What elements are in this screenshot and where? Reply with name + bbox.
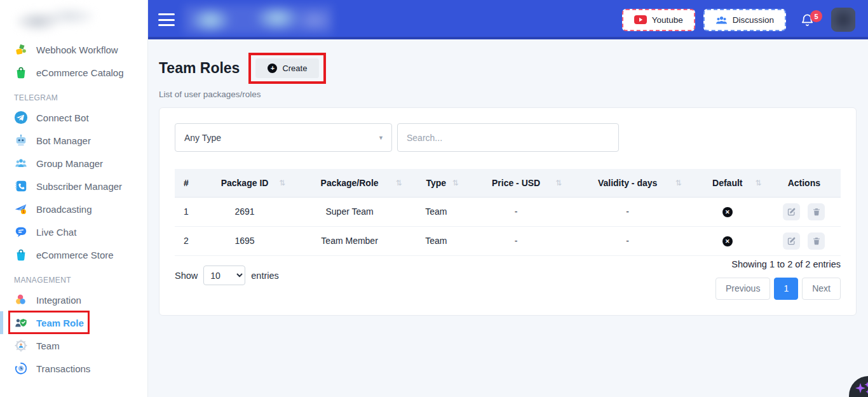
page-subtitle: List of user packages/roles — [159, 90, 858, 99]
cell-price: - — [465, 226, 567, 255]
sidebar-item-label: Team — [36, 340, 60, 351]
cell-actions — [768, 226, 841, 255]
sidebar-item-webhook-workflow[interactable]: Webhook Workflow — [0, 38, 147, 61]
sidebar-item-connect-bot[interactable]: Connect Bot — [0, 106, 147, 129]
telegram-icon — [14, 111, 28, 124]
youtube-button-label: Youtube — [652, 15, 683, 25]
table-card: Any Type ▼ # Package ID⇅ Package/Role⇅ T… — [159, 107, 857, 316]
sort-icon: ⇅ — [396, 178, 402, 187]
page-title: Team Roles — [159, 60, 240, 77]
group-icon — [14, 156, 28, 170]
sort-icon: ⇅ — [555, 178, 562, 187]
column-header-price[interactable]: Price - USD⇅ — [465, 169, 567, 197]
delete-button[interactable] — [808, 232, 825, 250]
table-row: 1 2691 Super Team Team - - ✕ — [175, 197, 841, 226]
sparkles-icon — [853, 380, 868, 397]
top-header: Youtube Discussion 5 — [148, 0, 868, 39]
sort-icon: ⇅ — [279, 178, 285, 187]
cell-type: Team — [408, 197, 465, 226]
sidebar-item-label: Team Role — [36, 318, 84, 328]
sidebar-item-label: Integration — [36, 295, 81, 306]
cell-actions — [768, 197, 841, 226]
times-circle-icon: ✕ — [722, 236, 733, 246]
main-column: Youtube Discussion 5 Team Roles + Create — [148, 0, 868, 397]
sidebar-item-broadcasting[interactable]: 1 Broadcasting — [0, 198, 147, 220]
sidebar-item-label: eCommerce Catalog — [36, 67, 124, 78]
sidebar: Webhook Workflow eCommerce Catalog TELEG… — [0, 0, 148, 397]
cell-package-id: 1695 — [198, 226, 292, 255]
roles-table: # Package ID⇅ Package/Role⇅ Type⇅ Price … — [175, 169, 841, 256]
column-header-validity[interactable]: Validity - days⇅ — [567, 169, 688, 197]
times-circle-icon: ✕ — [722, 207, 733, 217]
sidebar-item-ecommerce-catalog[interactable]: eCommerce Catalog — [0, 61, 147, 84]
sidebar-item-live-chat[interactable]: Live Chat — [0, 220, 147, 243]
discussion-button[interactable]: Discussion — [703, 9, 786, 31]
sidebar-item-ecommerce-store[interactable]: eCommerce Store — [0, 243, 147, 266]
sort-icon: ⇅ — [675, 178, 682, 187]
showing-entries-text: Showing 1 to 2 of 2 entries — [731, 259, 841, 269]
search-input[interactable] — [397, 123, 619, 152]
sort-icon: ⇅ — [756, 178, 762, 187]
chat-bubble-icon — [14, 225, 28, 239]
column-header-package-role[interactable]: Package/Role⇅ — [291, 169, 407, 197]
annotation-create-highlight: + Create — [248, 53, 326, 84]
column-header-type[interactable]: Type⇅ — [408, 169, 465, 197]
cell-price: - — [465, 197, 567, 226]
discussion-icon — [715, 15, 728, 25]
transactions-icon — [14, 361, 28, 375]
previous-page-button[interactable]: Previous — [715, 278, 770, 300]
sidebar-item-label: Webhook Workflow — [36, 44, 118, 55]
sidebar-item-transactions[interactable]: Transactions — [0, 357, 147, 380]
edit-button[interactable] — [783, 232, 800, 250]
sidebar-item-team[interactable]: Team — [0, 334, 147, 357]
sidebar-item-label: Connect Bot — [36, 112, 89, 123]
sidebar-item-label: Broadcasting — [36, 204, 92, 215]
column-header-package-id[interactable]: Package ID⇅ — [198, 169, 292, 197]
sidebar-item-label: Subscriber Manager — [36, 181, 122, 192]
table-header-row: # Package ID⇅ Package/Role⇅ Type⇅ Price … — [175, 169, 841, 197]
sidebar-item-subscriber-manager[interactable]: Subscriber Manager — [0, 175, 147, 198]
page-size-select[interactable]: 10 — [203, 266, 245, 285]
cell-validity: - — [567, 197, 688, 226]
robot-icon — [14, 133, 28, 147]
contacts-icon — [14, 179, 28, 193]
team-role-icon — [14, 316, 28, 330]
cell-validity: - — [567, 226, 688, 255]
cell-num: 2 — [175, 226, 198, 255]
app-root: Webhook Workflow eCommerce Catalog TELEG… — [0, 0, 868, 397]
create-button[interactable]: + Create — [255, 58, 319, 78]
sidebar-item-bot-manager[interactable]: Bot Manager — [0, 129, 147, 152]
type-filter-select[interactable]: Any Type ▼ — [175, 123, 392, 152]
show-label: Show — [175, 271, 198, 281]
delete-button[interactable] — [808, 203, 825, 220]
team-gear-icon — [14, 339, 28, 353]
sidebar-item-label: Live Chat — [36, 227, 76, 238]
sidebar-item-label: Bot Manager — [36, 135, 91, 146]
cell-num: 1 — [175, 197, 198, 226]
column-header-default[interactable]: Default⇅ — [688, 169, 768, 197]
table-row: 2 1695 Team Member Team - - ✕ — [175, 226, 841, 255]
notifications-button[interactable]: 5 — [800, 12, 815, 27]
cell-type: Team — [408, 226, 465, 255]
sidebar-item-group-manager[interactable]: Group Manager — [0, 152, 147, 175]
cell-package-role: Team Member — [291, 226, 407, 255]
youtube-button[interactable]: Youtube — [622, 9, 695, 31]
blurred-nav-area — [184, 5, 332, 34]
sidebar-item-team-role[interactable]: Team Role — [0, 311, 147, 334]
menu-toggle-icon[interactable] — [158, 13, 175, 26]
page-1-button[interactable]: 1 — [774, 278, 798, 300]
sidebar-item-label: Group Manager — [36, 158, 103, 169]
user-avatar[interactable] — [831, 8, 855, 32]
sidebar-section-telegram: TELEGRAM — [14, 93, 147, 102]
sidebar-item-integration[interactable]: Integration — [0, 288, 147, 311]
cell-default: ✕ — [688, 197, 768, 226]
next-page-button[interactable]: Next — [802, 278, 841, 300]
app-logo — [8, 3, 93, 37]
sort-icon: ⇅ — [452, 178, 459, 187]
paper-plane-icon: 1 — [14, 202, 28, 216]
page-content: Team Roles + Create List of user package… — [148, 39, 868, 397]
edit-button[interactable] — [783, 203, 800, 220]
cell-package-id: 2691 — [198, 197, 292, 226]
entries-label: entries — [251, 271, 279, 281]
notification-count-badge: 5 — [810, 10, 822, 22]
